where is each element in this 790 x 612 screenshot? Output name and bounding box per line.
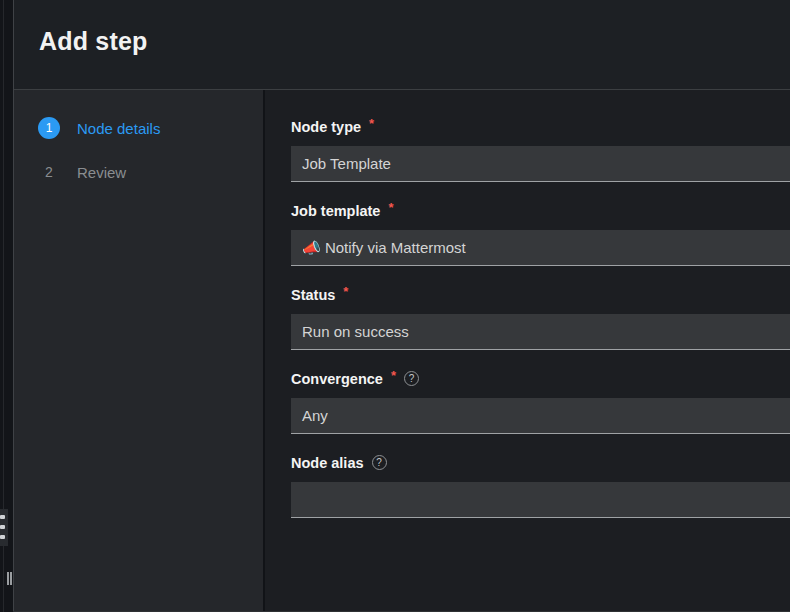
node-type-label: Node type [291,119,361,135]
cut-off-toolbar-icon [0,535,5,539]
add-step-wizard-modal: Add step 1 Node details 2 Review Node ty… [13,0,790,612]
required-asterisk: * [388,200,393,215]
status-value: Run on success [302,323,409,340]
wizard-step-label: Review [77,164,126,181]
convergence-label: Convergence [291,371,383,387]
node-type-select[interactable]: Job Template [291,146,790,182]
form-group-job-template: Job template * 📣 Notify via Mattermost [291,202,790,266]
step-number-badge: 1 [38,117,60,139]
resize-grip-icon [7,572,9,585]
help-icon[interactable]: ? [404,371,419,386]
form-group-node-alias: Node alias ? [291,454,790,518]
required-asterisk: * [343,284,348,299]
cut-off-toolbar-icon [0,515,5,519]
wizard-nav: 1 Node details 2 Review [14,90,265,611]
required-asterisk: * [369,116,374,131]
modal-header: Add step [14,0,790,90]
cut-off-toolbar-icon [0,525,5,529]
step-number: 2 [38,164,60,180]
status-label: Status [291,287,335,303]
required-asterisk: * [391,368,396,383]
convergence-value: Any [302,407,328,424]
job-template-label: Job template [291,203,380,219]
wizard-step-label: Node details [77,120,160,137]
job-template-value: 📣 Notify via Mattermost [302,239,466,257]
form-group-node-type: Node type * Job Template [291,118,790,182]
wizard-step-review[interactable]: 2 Review [14,150,263,194]
form-group-status: Status * Run on success [291,286,790,350]
form-group-convergence: Convergence * ? Any [291,370,790,434]
job-template-select[interactable]: 📣 Notify via Mattermost [291,230,790,266]
cut-off-toolbar-panel [0,509,8,546]
node-type-value: Job Template [302,155,391,172]
node-details-form: Node type * Job Template Job template * … [265,90,790,611]
node-alias-label: Node alias [291,455,364,471]
convergence-select[interactable]: Any [291,398,790,434]
wizard-step-node-details[interactable]: 1 Node details [14,106,263,150]
status-select[interactable]: Run on success [291,314,790,350]
help-icon[interactable]: ? [372,455,387,470]
modal-title: Add step [39,27,790,56]
node-alias-input[interactable] [291,482,790,518]
resize-grip-icon [10,572,12,585]
